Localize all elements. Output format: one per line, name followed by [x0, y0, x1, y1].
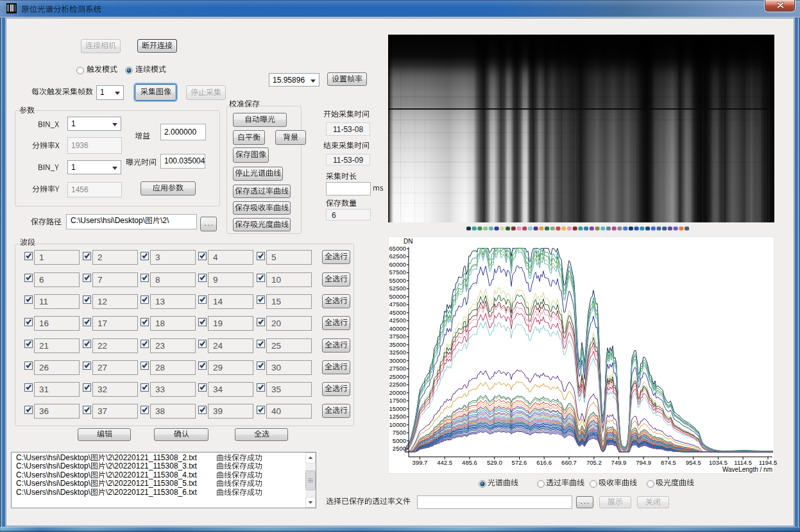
svg-text:749.9: 749.9 — [611, 459, 627, 466]
svg-text:874.5: 874.5 — [661, 459, 676, 466]
svg-text:32500: 32500 — [389, 349, 406, 356]
svg-text:12500: 12500 — [389, 413, 406, 420]
svg-text:C:\Users\hsi\Desktop\: C:\Users\hsi\Desktop\ — [16, 453, 91, 462]
svg-text:1114.5: 1114.5 — [734, 459, 752, 466]
svg-text:\2\20220121_115308_5.txt: \2\20220121_115308_5.txt — [106, 479, 198, 488]
svg-text:47500: 47500 — [389, 301, 406, 308]
svg-text:5000: 5000 — [393, 437, 406, 444]
svg-text:37500: 37500 — [389, 333, 406, 340]
svg-text:1194.5: 1194.5 — [759, 459, 777, 466]
svg-text:7500: 7500 — [393, 429, 406, 436]
svg-text:C:\Users\hsi\Desktop\: C:\Users\hsi\Desktop\ — [16, 470, 91, 479]
svg-text:35000: 35000 — [389, 341, 406, 348]
svg-text:485.6: 485.6 — [462, 459, 477, 466]
svg-text:40000: 40000 — [389, 325, 406, 332]
svg-text:57500: 57500 — [389, 269, 406, 276]
svg-text:2500: 2500 — [393, 445, 406, 452]
svg-text:15000: 15000 — [389, 405, 406, 412]
svg-text:DN: DN — [404, 238, 413, 245]
svg-text:\2\20220121_115308_2.txt: \2\20220121_115308_2.txt — [106, 453, 198, 462]
svg-text:50000: 50000 — [389, 293, 406, 300]
svg-text:30000: 30000 — [389, 357, 406, 364]
svg-text:45000: 45000 — [389, 309, 406, 316]
svg-text:616.6: 616.6 — [536, 459, 552, 466]
svg-text:22500: 22500 — [389, 381, 406, 388]
svg-text:572.6: 572.6 — [512, 459, 527, 466]
svg-text:55000: 55000 — [389, 277, 406, 284]
svg-text:25000: 25000 — [389, 373, 406, 380]
svg-text:42500: 42500 — [389, 317, 406, 324]
svg-text:C:\Users\hsi\Desktop\: C:\Users\hsi\Desktop\ — [16, 488, 91, 497]
svg-text:C:\Users\hsi\Desktop\: C:\Users\hsi\Desktop\ — [71, 216, 146, 225]
svg-text:27500: 27500 — [389, 365, 406, 372]
svg-text:954.5: 954.5 — [686, 459, 701, 466]
svg-text:\2\20220121_115308_4.txt: \2\20220121_115308_4.txt — [106, 470, 198, 479]
svg-text:\2\20220121_115308_6.txt: \2\20220121_115308_6.txt — [106, 488, 198, 497]
svg-text:C:\Users\hsi\Desktop\: C:\Users\hsi\Desktop\ — [16, 479, 91, 488]
svg-text:52500: 52500 — [389, 285, 406, 292]
svg-text:60000: 60000 — [389, 261, 406, 268]
svg-text:65000: 65000 — [389, 245, 406, 252]
svg-text:10000: 10000 — [389, 421, 406, 428]
svg-text:794.9: 794.9 — [636, 459, 651, 466]
svg-text:17500: 17500 — [389, 397, 406, 404]
svg-text:705.2: 705.2 — [586, 459, 602, 466]
svg-text:C:\Users\hsi\Desktop\: C:\Users\hsi\Desktop\ — [16, 462, 91, 471]
svg-text:\2\: \2\ — [160, 216, 169, 225]
svg-text:442.5: 442.5 — [437, 459, 452, 466]
svg-text:62500: 62500 — [389, 253, 406, 260]
svg-text:529.0: 529.0 — [487, 459, 502, 466]
svg-text:20000: 20000 — [389, 389, 406, 396]
svg-text:399.7: 399.7 — [413, 459, 428, 466]
svg-text:WaveLength / nm: WaveLength / nm — [722, 466, 772, 473]
svg-text:1034.5: 1034.5 — [709, 459, 728, 466]
svg-text:660.7: 660.7 — [561, 459, 577, 466]
svg-text:\2\20220121_115308_3.txt: \2\20220121_115308_3.txt — [106, 462, 198, 471]
